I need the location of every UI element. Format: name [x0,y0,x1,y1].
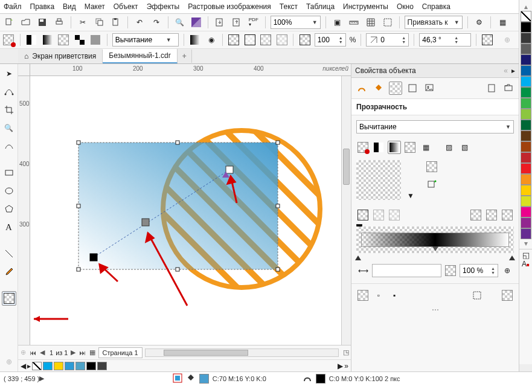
docker-menu-button[interactable]: ▸ [511,66,515,75]
color-swatch[interactable] [521,109,531,120]
docker-prev-button[interactable]: « [504,66,508,75]
rectangle-tool[interactable] [2,165,16,180]
pick-trans-button[interactable] [425,178,438,191]
page-tab[interactable]: Страница 1 [98,347,143,358]
polygon-tool[interactable] [2,202,16,216]
open-button[interactable] [19,16,33,29]
nocolor-swatch[interactable] [521,11,531,22]
spinner-icon[interactable]: ▲▼ [402,36,406,44]
crop-tool[interactable] [2,103,16,117]
merge-mode-combo[interactable]: ▼ [112,33,179,47]
menu-window[interactable]: Окно [397,2,414,11]
zoom-tool[interactable]: 🔍 [2,121,16,135]
skew-input[interactable] [380,36,400,44]
transform-button[interactable]: ▫ [372,289,385,302]
chevron-down-icon[interactable]: ▼ [407,191,414,202]
tab-document[interactable]: Безымянный-1.cdr [103,49,177,63]
zoom-combo[interactable]: ▼ [271,16,321,29]
grad-mirror-button[interactable] [243,33,256,47]
color-swatch[interactable] [521,207,531,217]
options-menu-button[interactable] [501,289,514,302]
print-button[interactable] [53,16,66,29]
merge-mode-value[interactable] [115,36,164,44]
grad-radial-button[interactable]: ◉ [205,33,217,47]
transparency-tab[interactable] [389,82,402,95]
mirror-h-button[interactable] [469,208,482,222]
free-transform-toggle[interactable] [470,289,484,302]
palette-down-button[interactable]: ▾ [519,239,532,248]
color-swatch[interactable] [521,22,531,33]
outline-indicator-icon[interactable] [303,373,312,384]
spinner-icon[interactable]: ▲▼ [454,36,458,44]
color-swatch[interactable] [521,120,531,130]
outline-swatch[interactable] [316,374,325,384]
canvas[interactable] [30,76,341,345]
new-button[interactable] [2,16,16,29]
add-page-button[interactable]: ⊕ [18,349,28,356]
rulers-button[interactable] [347,16,361,29]
grad-mid-marker[interactable] [432,246,438,251]
spinner-icon[interactable]: ▲▼ [491,266,495,275]
spinner-icon[interactable]: ▲▼ [339,36,343,44]
uniform-trans-button[interactable] [25,33,38,47]
import-button[interactable] [213,16,226,29]
menu-help[interactable]: Справка [422,2,450,11]
grad-repeat-button[interactable] [260,33,272,47]
palette-up-button[interactable]: ▴ [519,2,532,11]
node-marker-button[interactable] [298,33,311,47]
shape-tool[interactable] [2,85,16,99]
zoom-input[interactable] [274,18,310,27]
fill-tab[interactable] [372,82,385,95]
color-swatch[interactable] [521,228,531,239]
redo-button[interactable]: ↷ [150,16,163,29]
pattern-trans-button[interactable] [57,33,70,47]
texture-trans-button[interactable] [89,33,102,47]
mirror-v-button[interactable] [485,208,498,222]
paste-button[interactable] [110,16,123,29]
color-swatch[interactable] [521,98,531,109]
transparency-tool[interactable] [2,291,16,306]
color-swatch[interactable] [521,217,531,228]
scroll-mode-button[interactable] [485,82,498,95]
color-swatch[interactable] [521,152,531,163]
twocolor-trans-button-2[interactable]: ▦ [419,141,432,154]
fountain-trans-button[interactable] [41,33,54,47]
publish-pdf-button[interactable]: PDF▾ [247,16,260,29]
palette-prev-button[interactable]: ◀ [21,362,26,370]
image-adjust-button[interactable] [190,16,204,29]
conical-type-button[interactable] [388,208,401,222]
undo-button[interactable]: ↶ [133,16,146,29]
menu-table[interactable]: Таблица [306,2,335,11]
export-button[interactable] [230,16,243,29]
eyedropper-tool[interactable] [2,265,16,279]
menu-object[interactable]: Объект [114,2,138,11]
no-transparency-button[interactable] [2,33,15,47]
color-swatch[interactable] [521,130,531,141]
apply-outline-button[interactable]: ▧ [458,141,471,154]
grad-stop-marker[interactable] [355,255,361,260]
save-button[interactable] [36,16,50,29]
docker-merge-mode-input[interactable] [359,123,503,131]
bitmap-tab[interactable] [423,82,436,95]
tab-new-button[interactable]: + [178,50,192,63]
color-swatch[interactable] [65,362,74,370]
free-transform-button[interactable] [481,33,494,47]
color-swatch[interactable] [86,362,96,370]
node-opacity-input[interactable] [318,36,337,44]
edit-trans-button[interactable] [425,160,438,173]
fill-indicator-icon[interactable] [186,373,196,384]
freehand-tool[interactable] [2,139,16,153]
tab-welcome[interactable]: ⌂ Экран приветствия [18,50,103,63]
color-swatch[interactable] [521,196,531,207]
scrollbar-thumb[interactable] [343,149,350,185]
options-button[interactable]: ⚙ [473,16,486,29]
grad-reflect-button[interactable] [276,33,289,47]
scale-button[interactable]: ▪ [388,289,401,302]
docker-merge-mode-combo[interactable]: ▼ [356,120,514,133]
menu-bitmaps[interactable]: Растровые изображения [188,2,271,11]
snap-combo[interactable]: Привязать к ▼ [405,16,463,29]
no-trans-button[interactable] [356,141,370,154]
last-page-button[interactable]: ⏭ [78,349,88,356]
uniform-trans-button-2[interactable] [372,141,385,154]
grad-normal-button[interactable] [228,33,240,47]
